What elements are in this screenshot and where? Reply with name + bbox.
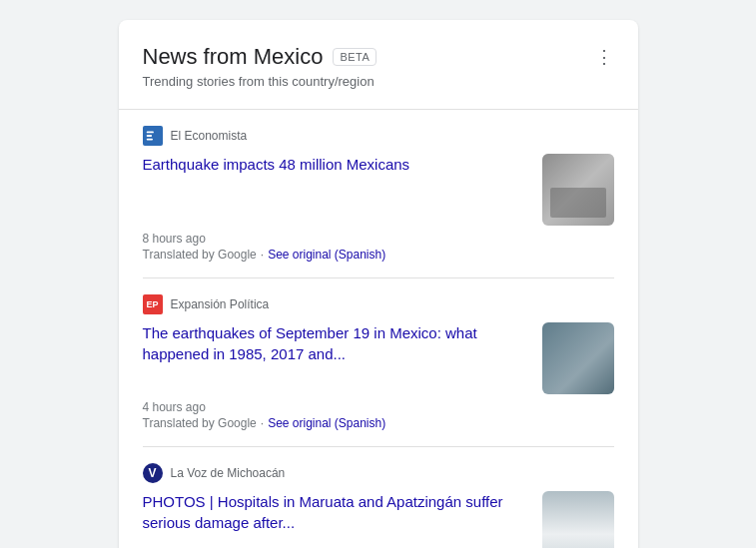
- news-text: PHOTOS | Hospitals in Maruata and Apatzi…: [143, 491, 530, 541]
- dot-separator: ·: [261, 248, 264, 262]
- news-item: El Economista Earthquake impacts 48 mill…: [143, 110, 614, 278]
- source-row: V La Voz de Michoacán: [143, 463, 614, 483]
- source-name: El Economista: [171, 129, 248, 143]
- header-left: News from Mexico BETA: [143, 44, 378, 70]
- svg-rect-1: [146, 132, 153, 134]
- translation-row: Translated by Google · See original (Spa…: [143, 248, 614, 262]
- translated-by: Translated by Google: [143, 416, 257, 430]
- news-thumbnail[interactable]: [542, 322, 614, 394]
- news-content: Earthquake impacts 48 million Mexicans: [143, 154, 614, 226]
- news-title[interactable]: PHOTOS | Hospitals in Maruata and Apatzi…: [143, 491, 530, 533]
- page-title: News from Mexico: [143, 44, 324, 70]
- dot-separator: ·: [261, 416, 264, 430]
- news-text: Earthquake impacts 48 million Mexicans: [143, 154, 530, 183]
- news-text: The earthquakes of September 19 in Mexic…: [143, 322, 530, 372]
- translation-row: Translated by Google · See original (Spa…: [143, 416, 614, 430]
- news-title[interactable]: Earthquake impacts 48 million Mexicans: [143, 154, 530, 175]
- source-icon-la-voz: V: [143, 463, 163, 483]
- time-ago: 4 hours ago: [143, 400, 614, 414]
- source-icon-expansion: EP: [143, 294, 163, 314]
- source-row: El Economista: [143, 126, 614, 146]
- news-content: PHOTOS | Hospitals in Maruata and Apatzi…: [143, 491, 614, 548]
- svg-rect-0: [144, 127, 162, 145]
- meta-row: 8 hours ago Translated by Google · See o…: [143, 232, 614, 262]
- source-row: EP Expansión Política: [143, 294, 614, 314]
- news-title[interactable]: The earthquakes of September 19 in Mexic…: [143, 322, 530, 364]
- see-original-link[interactable]: See original (Spanish): [268, 416, 385, 430]
- more-options-icon[interactable]: ⋮: [595, 48, 614, 66]
- news-item: V La Voz de Michoacán PHOTOS | Hospitals…: [143, 447, 614, 548]
- translated-by: Translated by Google: [143, 248, 257, 262]
- news-thumbnail[interactable]: [542, 154, 614, 226]
- card-subtitle: Trending stories from this country/regio…: [143, 74, 614, 89]
- news-item: EP Expansión Política The earthquakes of…: [143, 278, 614, 447]
- news-content: The earthquakes of September 19 in Mexic…: [143, 322, 614, 394]
- news-thumbnail[interactable]: [542, 491, 614, 548]
- meta-row: 4 hours ago Translated by Google · See o…: [143, 400, 614, 430]
- news-card: News from Mexico BETA ⋮ Trending stories…: [119, 20, 638, 548]
- source-icon-el-economista: [143, 126, 163, 146]
- source-name: La Voz de Michoacán: [171, 466, 286, 480]
- see-original-link[interactable]: See original (Spanish): [268, 248, 385, 262]
- svg-rect-3: [146, 139, 152, 141]
- source-name: Expansión Política: [171, 297, 270, 311]
- time-ago: 8 hours ago: [143, 232, 614, 246]
- beta-badge: BETA: [333, 48, 377, 66]
- card-header: News from Mexico BETA ⋮: [143, 44, 614, 70]
- svg-rect-2: [146, 135, 151, 137]
